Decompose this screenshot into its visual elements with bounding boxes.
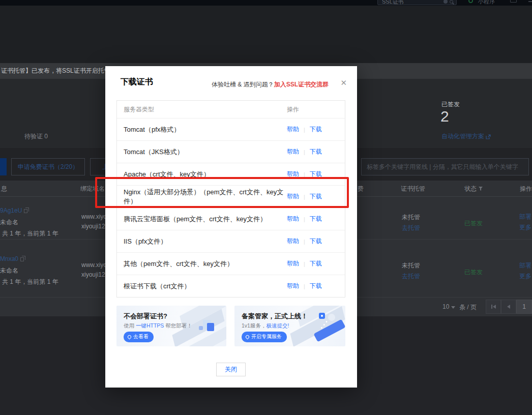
col-header-hosting: 证书托管: [401, 185, 425, 193]
go-see-label: 去看看: [133, 333, 149, 340]
table-row-other: 其他（pem文件、crt文件、key文件） 帮助|下载: [117, 252, 345, 275]
download-link[interactable]: 下载: [310, 259, 322, 268]
first-page-icon: [491, 305, 492, 309]
promo-desc-highlight: 极速提交!: [266, 322, 289, 329]
tab-pending-validation[interactable]: 待验证 0: [24, 132, 48, 141]
cert-name: 未命名: [0, 218, 18, 227]
join-group-link[interactable]: 加入SSL证书交流群: [274, 81, 329, 88]
hosting-status: 未托管: [402, 261, 420, 270]
automation-link[interactable]: 自动化管理方案: [441, 132, 491, 141]
link-divider: |: [304, 216, 305, 222]
left-arrow-icon: [507, 305, 510, 309]
table-header-row: 服务器类型 操作: [117, 101, 345, 118]
feedback-text: 体验吐槽 & 遇到问题？: [212, 81, 274, 88]
promo-desc: 使用 一键HTTPS 帮您部署！: [124, 322, 192, 330]
open-service-label: 开启专属服务: [251, 333, 282, 340]
help-link[interactable]: 帮助: [287, 147, 299, 156]
cert-id: 9Ag1eU: [0, 207, 22, 214]
promo-card-https-deploy[interactable]: 不会部署证书? 使用 一键HTTPS 帮您部署！ 去看看: [116, 306, 226, 346]
dialog-title: 下载证书: [121, 77, 153, 87]
help-link[interactable]: 帮助: [287, 125, 299, 134]
server-type-label: Tomcat（pfx格式）: [117, 125, 287, 134]
navbar-search-input[interactable]: SSL证书: [377, 0, 457, 5]
top-navbar: SSL证书 小程序: [0, 0, 532, 6]
promo-title: 备案管家，正式上线！: [242, 312, 308, 321]
go-hosting-link[interactable]: 去托管: [402, 224, 420, 232]
col-header-actions: 操作: [520, 185, 532, 193]
cert-id-link[interactable]: Mnxa0: [0, 255, 24, 262]
server-type-label: IIS（pfx文件）: [117, 237, 287, 246]
page-size-select[interactable]: 10: [442, 303, 455, 310]
help-link[interactable]: 帮助: [287, 237, 299, 246]
status-badge: 已签发: [464, 268, 483, 277]
search-icon[interactable]: [450, 0, 453, 4]
promo-desc-prefix: 使用: [124, 322, 136, 329]
external-link-icon: [486, 134, 491, 139]
more-link[interactable]: 更多: [519, 272, 531, 281]
download-link[interactable]: 下载: [310, 215, 322, 223]
download-link[interactable]: 下载: [310, 147, 322, 156]
server-type-label: 根证书下载（crt文件）: [117, 282, 287, 291]
cert-domain: xiyouji123: [81, 271, 106, 278]
page: SSL证书 小程序 证书托管】已发布，将SSL证书开启托管即可 待验证 0 已签…: [0, 0, 532, 415]
page-header-area: [0, 6, 532, 63]
issued-count: 2: [440, 108, 449, 125]
highlight-box: [95, 177, 349, 208]
header-server-type: 服务器类型: [117, 105, 287, 114]
status-badge: 已签发: [464, 219, 483, 228]
server-type-label: 腾讯云宝塔面板（pem文件、crt文件、key文件）: [117, 215, 287, 224]
server-type-label: 其他（pem文件、crt文件、key文件）: [117, 259, 287, 269]
hosting-status: 未托管: [402, 213, 420, 222]
promo-title: 不会部署证书?: [124, 312, 167, 321]
chevron-down-icon: [451, 306, 455, 309]
link-divider: |: [304, 127, 305, 133]
promo-desc: 1v1服务，极速提交!: [242, 322, 289, 330]
first-page-button[interactable]: [486, 300, 501, 314]
prev-page-button[interactable]: [501, 300, 516, 314]
status-header-label: 状态: [464, 185, 477, 192]
link-divider: |: [304, 283, 305, 289]
more-link[interactable]: 更多: [519, 223, 531, 232]
apply-free-cert-button[interactable]: 申请免费证书（2/20）: [11, 158, 85, 175]
page-size-unit: 条 / 页: [459, 303, 477, 312]
promo-card-beian[interactable]: 备案管家，正式上线！ 1v1服务，极速提交! 开启专属服务: [234, 306, 345, 346]
console-icon[interactable]: [510, 0, 517, 3]
cert-name: 未命名: [0, 266, 18, 275]
filter-icon[interactable]: [479, 185, 483, 192]
server-type-label: Tomcat（JKS格式）: [117, 147, 287, 157]
download-link[interactable]: 下载: [310, 125, 322, 134]
promo-desc-prefix: 1v1服务，: [242, 322, 266, 329]
cert-validity: 共 1 年，当前第 1 年: [2, 229, 83, 238]
table-row-iis: IIS（pfx文件） 帮助|下载: [117, 230, 345, 252]
deploy-link[interactable]: 部署: [519, 213, 531, 221]
copy-icon[interactable]: [20, 257, 24, 261]
feedback-line: 体验吐槽 & 遇到问题？加入SSL证书交流群: [212, 80, 329, 89]
help-link[interactable]: 帮助: [287, 215, 299, 223]
close-icon[interactable]: ✕: [340, 78, 347, 87]
cert-filter-input[interactable]: 标签多个关键字用竖线 | 分隔，其它只能输入单个关键字: [361, 158, 529, 175]
open-service-button[interactable]: 开启专属服务: [242, 332, 287, 342]
link-divider: |: [304, 239, 305, 245]
header-operation: 操作: [287, 105, 345, 114]
close-button[interactable]: 关闭: [216, 363, 246, 376]
left-arrow-icon: [493, 305, 496, 309]
clear-icon[interactable]: [444, 0, 448, 4]
go-see-button[interactable]: 去看看: [124, 332, 154, 342]
help-link[interactable]: 帮助: [287, 259, 299, 268]
mini-program-label[interactable]: 小程序: [478, 0, 495, 6]
help-link[interactable]: 帮助: [287, 282, 299, 290]
cert-id-link[interactable]: 9Ag1eU: [0, 207, 27, 214]
mini-program-icon: [468, 0, 473, 3]
cert-domain: www.xiyo: [81, 213, 106, 220]
notice-banner-text: 证书托管】已发布，将SSL证书开启托管即可: [1, 63, 105, 79]
col-header-status: 状态: [464, 185, 483, 193]
buy-certificate-button[interactable]: [0, 158, 7, 175]
link-divider: |: [304, 261, 305, 267]
download-link[interactable]: 下载: [310, 237, 322, 246]
current-page-box[interactable]: 1: [516, 300, 532, 314]
go-hosting-link[interactable]: 去托管: [402, 272, 420, 281]
deploy-link[interactable]: 部署: [519, 261, 531, 270]
download-link[interactable]: 下载: [310, 282, 322, 290]
navbar-search-value: SSL证书: [382, 0, 444, 4]
copy-icon[interactable]: [24, 209, 27, 213]
